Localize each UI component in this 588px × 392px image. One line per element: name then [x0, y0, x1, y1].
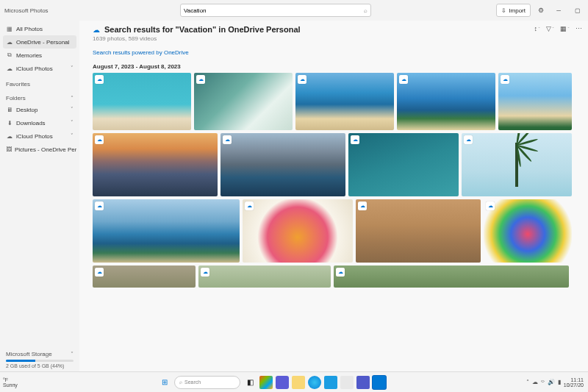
- teams-icon[interactable]: [356, 376, 370, 389]
- photo-thumbnail[interactable]: ☁: [220, 133, 345, 196]
- thumb-row: ☁☁☁☁: [93, 199, 581, 263]
- cloud-badge-icon: ☁: [95, 135, 104, 144]
- search-wrap: ⌕: [91, 4, 460, 17]
- page-title: Search results for "Vacation" in OneDriv…: [104, 25, 301, 34]
- photo-thumbnail[interactable]: ☁: [462, 133, 572, 196]
- app-icon[interactable]: [259, 376, 273, 389]
- search-icon[interactable]: ⌕: [364, 7, 368, 14]
- cloud-badge-icon: ☁: [464, 135, 473, 144]
- maximize-button[interactable]: ▢: [570, 3, 585, 18]
- sidebar-item-memories[interactable]: ⧉ Memories: [3, 49, 76, 62]
- app-icon[interactable]: [340, 376, 354, 389]
- desktop-icon: 🖥: [6, 107, 13, 113]
- folder-label: Downloads: [16, 120, 46, 126]
- photo-thumbnail[interactable]: ☁: [295, 73, 394, 130]
- folder-icloud[interactable]: ☁ iCloud Photos ˅: [3, 129, 76, 143]
- sidebar-item-all-photos[interactable]: ▦ All Photos: [3, 22, 76, 35]
- photo-thumbnail[interactable]: ☁: [243, 199, 353, 263]
- explorer-icon[interactable]: [292, 376, 305, 389]
- titlebar-right: ⇩ Import ⚙ ─ ▢: [460, 3, 585, 18]
- onedrive-icon: ☁: [93, 26, 100, 34]
- section-label: Favorites: [6, 81, 30, 88]
- cloud-icon: ☁: [6, 65, 13, 72]
- photo-thumbnail[interactable]: ☁: [93, 133, 218, 196]
- sidebar-item-label: All Photos: [16, 26, 43, 32]
- photo-thumbnail[interactable]: ☁: [198, 266, 331, 288]
- volume-icon[interactable]: 🔊: [548, 379, 555, 385]
- storage-widget[interactable]: Microsoft Storage ˅ 2 GB used of 5 GB (4…: [3, 349, 76, 370]
- sidebar: ▦ All Photos ☁ OneDrive - Personal ⧉ Mem…: [0, 21, 79, 371]
- taskbar-search[interactable]: ⌕ Search: [174, 376, 240, 389]
- page-header: ☁ Search results for "Vacation" in OneDr…: [93, 25, 581, 34]
- store-icon[interactable]: [324, 376, 337, 389]
- chevron-up-icon: ˄: [71, 95, 74, 101]
- folders-section[interactable]: Folders ˄: [3, 93, 76, 103]
- sort-button[interactable]: ↕˅: [534, 25, 541, 32]
- import-label: Import: [509, 7, 526, 14]
- picture-icon: 🖼: [6, 146, 12, 153]
- download-icon: ⬇: [6, 120, 13, 126]
- folder-label: iCloud Photos: [16, 133, 53, 140]
- weather-widget[interactable]: °F Sunny: [0, 377, 44, 388]
- memories-icon: ⧉: [6, 51, 13, 59]
- battery-icon[interactable]: ▮: [558, 379, 561, 385]
- tray-chevron-icon[interactable]: ˄: [526, 379, 529, 385]
- cloud-badge-icon: ☁: [201, 268, 209, 277]
- photo-thumbnail[interactable]: ☁: [498, 73, 572, 130]
- cloud-icon: ☁: [6, 39, 13, 46]
- favorites-section[interactable]: Favorites: [3, 79, 76, 89]
- search-input[interactable]: [184, 7, 364, 14]
- start-button[interactable]: ⊞: [158, 376, 171, 389]
- app-icon[interactable]: [276, 376, 289, 389]
- wifi-icon[interactable]: ⌔: [541, 379, 545, 385]
- minimize-button[interactable]: ─: [551, 3, 566, 18]
- weather-temp: °F: [3, 377, 44, 382]
- cloud-badge-icon: ☁: [95, 202, 104, 210]
- photo-thumbnail[interactable]: ☁: [397, 73, 495, 130]
- photo-thumbnail[interactable]: ☁: [93, 199, 240, 263]
- cloud-badge-icon: ☁: [336, 268, 345, 277]
- photo-thumbnail[interactable]: ☁: [484, 199, 572, 263]
- photo-thumbnail[interactable]: ☁: [356, 199, 481, 263]
- photo-thumbnail[interactable]: ☁: [93, 73, 191, 130]
- settings-icon[interactable]: ⚙: [535, 4, 547, 16]
- date-group-header: August 7, 2023 - August 8, 2023: [93, 63, 581, 70]
- sidebar-item-label: OneDrive - Personal: [16, 39, 69, 46]
- filter-button[interactable]: ▽˅: [546, 25, 554, 32]
- cloud-badge-icon: ☁: [196, 75, 205, 84]
- search-box[interactable]: ⌕: [180, 4, 371, 17]
- storage-title: Microsoft Storage: [6, 351, 52, 357]
- edge-icon[interactable]: [308, 376, 321, 389]
- more-button[interactable]: ⋯: [576, 25, 582, 32]
- photos-icon[interactable]: [373, 376, 386, 389]
- view-toolbar: ↕˅ ▽˅ ▦˅ ⋯: [534, 25, 583, 32]
- storage-bar: [6, 360, 74, 362]
- powered-by-link[interactable]: Search results powered by OneDrive: [93, 49, 581, 56]
- folder-label: Desktop: [16, 107, 37, 113]
- titlebar: Microsoft Photos ⌕ ⇩ Import ⚙ ─ ▢: [0, 0, 588, 21]
- photo-thumbnail[interactable]: ☁: [348, 133, 459, 196]
- app-body: ▦ All Photos ☁ OneDrive - Personal ⧉ Mem…: [0, 21, 588, 371]
- sidebar-item-icloud[interactable]: ☁ iCloud Photos ˅: [3, 62, 76, 75]
- sidebar-item-onedrive[interactable]: ☁ OneDrive - Personal: [3, 35, 76, 49]
- section-label: Folders: [6, 95, 26, 101]
- chevron-down-icon: ˅: [71, 351, 74, 357]
- import-icon: ⇩: [501, 7, 506, 14]
- cloud-badge-icon: ☁: [245, 202, 254, 210]
- folder-pictures-onedrive[interactable]: 🖼 Pictures - OneDrive Personal ˅: [3, 143, 76, 156]
- photo-thumbnail[interactable]: ☁: [194, 73, 293, 130]
- main-content: ↕˅ ▽˅ ▦˅ ⋯ ☁ Search results for "Vacatio…: [79, 21, 588, 371]
- chevron-down-icon: ˅: [71, 133, 74, 139]
- task-view-icon[interactable]: ◧: [243, 376, 257, 389]
- photo-thumbnail[interactable]: ☁: [93, 266, 196, 288]
- onedrive-tray-icon[interactable]: ☁: [532, 379, 538, 385]
- sidebar-item-label: iCloud Photos: [16, 65, 53, 72]
- clock[interactable]: 11:11 10/27/20: [564, 377, 584, 388]
- layout-button[interactable]: ▦˅: [560, 25, 570, 32]
- cloud-badge-icon: ☁: [358, 202, 367, 210]
- chevron-down-icon: ˅: [71, 120, 74, 126]
- import-button[interactable]: ⇩ Import: [496, 4, 531, 17]
- folder-desktop[interactable]: 🖥 Desktop ˅: [3, 103, 76, 116]
- folder-downloads[interactable]: ⬇ Downloads ˅: [3, 116, 76, 129]
- photo-thumbnail[interactable]: ☁: [334, 266, 569, 288]
